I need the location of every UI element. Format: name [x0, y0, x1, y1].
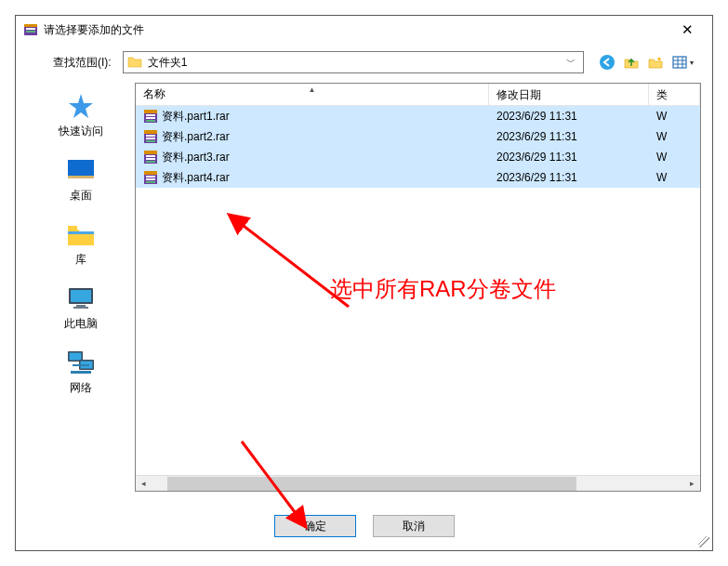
svg-rect-41	[146, 176, 155, 178]
lookin-row: 查找范围(I): 文件夹1 ﹀	[16, 44, 712, 81]
column-header-date[interactable]: 修改日期	[489, 84, 649, 105]
new-folder-button[interactable]	[647, 54, 664, 71]
lookin-value: 文件夹1	[148, 55, 557, 71]
svg-rect-42	[146, 178, 155, 180]
scrollbar-thumb[interactable]	[167, 477, 576, 491]
svg-rect-23	[71, 371, 91, 374]
chevron-down-icon[interactable]: ﹀	[563, 56, 579, 69]
file-name: 资料.part3.rar	[162, 150, 230, 165]
up-folder-icon	[623, 54, 640, 71]
file-type: W	[656, 110, 667, 123]
nav-back-button[interactable]	[599, 54, 615, 71]
place-libraries[interactable]: 库	[65, 220, 97, 268]
libraries-icon	[65, 220, 97, 248]
svg-rect-25	[144, 110, 157, 113]
file-date: 2023/6/29 11:31	[496, 171, 577, 184]
back-icon	[599, 54, 615, 71]
network-icon	[65, 349, 97, 376]
svg-rect-17	[73, 307, 88, 309]
svg-rect-36	[146, 155, 155, 157]
svg-rect-32	[146, 138, 155, 139]
svg-rect-26	[146, 114, 155, 116]
svg-rect-31	[146, 135, 155, 137]
svg-rect-40	[144, 171, 157, 175]
file-type: W	[656, 130, 667, 143]
svg-rect-35	[144, 151, 157, 154]
file-name: 资料.part1.rar	[162, 109, 230, 125]
svg-rect-13	[68, 231, 94, 234]
svg-rect-15	[71, 290, 91, 302]
svg-rect-19	[70, 353, 82, 361]
svg-rect-5	[673, 57, 686, 68]
place-quickaccess[interactable]: 快速访问	[59, 92, 103, 139]
quickaccess-icon	[65, 92, 97, 120]
svg-rect-38	[146, 161, 155, 163]
rar-file-icon	[143, 109, 158, 124]
annotation-text: 选中所有RAR分卷文件	[330, 274, 556, 304]
file-name: 资料.part2.rar	[162, 129, 230, 145]
svg-rect-2	[26, 28, 35, 30]
thispc-icon	[65, 284, 97, 312]
rar-file-icon	[143, 150, 158, 165]
places-bar: 快速访问 桌面 库	[27, 83, 135, 492]
svg-rect-33	[146, 140, 155, 142]
view-menu-icon	[671, 54, 688, 71]
file-row[interactable]: 资料.part4.rar2023/6/29 11:31W	[136, 167, 700, 188]
svg-rect-27	[146, 117, 155, 119]
file-date: 2023/6/29 11:31	[496, 151, 577, 164]
column-header-type[interactable]: 类	[649, 84, 700, 105]
sort-asc-icon: ▲	[309, 86, 316, 94]
file-name: 资料.part4.rar	[162, 170, 230, 186]
svg-rect-37	[146, 158, 155, 160]
svg-rect-11	[68, 176, 94, 178]
svg-rect-43	[146, 181, 155, 183]
file-row[interactable]: 资料.part2.rar2023/6/29 11:31W	[136, 126, 700, 147]
file-date: 2023/6/29 11:31	[496, 110, 577, 123]
new-folder-icon	[647, 54, 664, 71]
rar-file-icon	[143, 170, 158, 185]
titlebar: 请选择要添加的文件 ✕	[16, 16, 712, 44]
svg-rect-12	[68, 226, 77, 230]
file-type: W	[656, 151, 667, 164]
svg-point-4	[600, 55, 615, 70]
column-header-name[interactable]: 名称 ▲	[136, 84, 489, 105]
svg-rect-1	[24, 24, 37, 27]
close-button[interactable]: ✕	[668, 17, 707, 43]
window-title: 请选择要添加的文件	[44, 22, 144, 38]
cancel-button[interactable]: 取消	[373, 515, 455, 537]
close-icon: ✕	[682, 21, 694, 38]
scroll-left-icon[interactable]: ◂	[136, 476, 152, 492]
list-header: 名称 ▲ 修改日期 类	[136, 84, 700, 106]
lookin-label: 查找范围(I):	[53, 55, 112, 71]
view-menu-arrow-icon: ▾	[690, 59, 694, 67]
file-type: W	[656, 171, 667, 184]
app-icon	[23, 22, 38, 37]
file-date: 2023/6/29 11:31	[496, 130, 577, 143]
file-row[interactable]: 资料.part3.rar2023/6/29 11:31W	[136, 147, 700, 167]
place-label: 网络	[70, 380, 92, 396]
resize-grip[interactable]	[698, 536, 709, 547]
view-menu-button[interactable]: ▾	[671, 54, 694, 71]
place-label: 此电脑	[64, 316, 98, 332]
svg-rect-30	[144, 130, 157, 134]
file-row[interactable]: 资料.part1.rar2023/6/29 11:31W	[136, 106, 700, 126]
ok-button[interactable]: 确定	[274, 515, 356, 537]
place-label: 快速访问	[59, 124, 103, 139]
place-network[interactable]: 网络	[65, 349, 97, 396]
place-label: 桌面	[70, 188, 92, 204]
horizontal-scrollbar[interactable]: ◂ ▸	[136, 475, 700, 491]
scroll-right-icon[interactable]: ▸	[684, 476, 700, 492]
place-thispc[interactable]: 此电脑	[64, 284, 98, 332]
place-desktop[interactable]: 桌面	[65, 156, 97, 204]
folder-icon	[127, 55, 142, 70]
svg-rect-28	[146, 120, 155, 122]
svg-rect-3	[26, 31, 35, 33]
nav-up-button[interactable]	[623, 54, 640, 71]
svg-rect-16	[76, 305, 86, 307]
desktop-icon	[65, 156, 97, 184]
button-row: 确定 取消	[16, 515, 712, 537]
place-label: 库	[75, 252, 86, 268]
lookin-combo[interactable]: 文件夹1 ﹀	[123, 51, 584, 73]
rar-file-icon	[143, 129, 158, 144]
